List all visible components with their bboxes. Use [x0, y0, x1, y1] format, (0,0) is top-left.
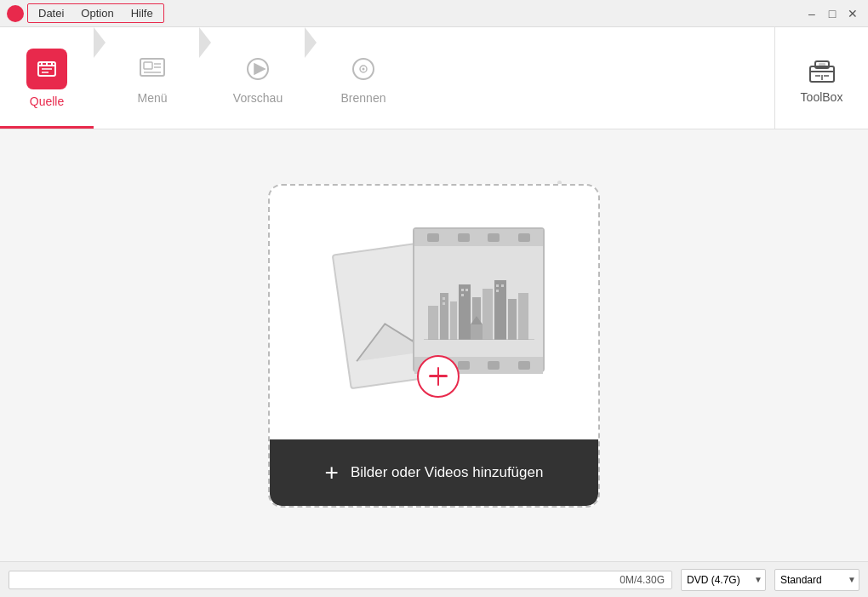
svg-rect-37	[461, 294, 464, 296]
progress-bar: 0M/4.30G	[9, 571, 672, 589]
drop-zone[interactable]: + Bilder oder Videos hinzufügen	[268, 184, 600, 508]
minimize-button[interactable]: –	[803, 5, 820, 22]
menu-option[interactable]: Option	[72, 5, 122, 21]
svg-rect-31	[508, 299, 517, 340]
film-hole	[518, 361, 530, 370]
film-hole	[427, 233, 439, 242]
svg-rect-39	[501, 284, 504, 287]
menu-hilfe[interactable]: Hilfe	[123, 5, 162, 21]
add-button-label: Bilder oder Videos hinzufügen	[351, 464, 544, 481]
svg-rect-32	[518, 293, 528, 340]
quelle-icon-bg	[26, 49, 67, 89]
city-skyline-svg	[424, 263, 534, 340]
brennen-icon	[346, 52, 380, 86]
tab-vorschau[interactable]: Vorschau	[211, 27, 305, 129]
nav-arrow-3	[305, 27, 317, 58]
svg-rect-40	[496, 290, 499, 292]
quality-select[interactable]: Standard Hoch Sehr Hoch	[774, 569, 859, 591]
menu-datei[interactable]: Datei	[30, 5, 72, 21]
vorschau-svg	[243, 54, 273, 84]
tab-menue-label: Menü	[137, 91, 167, 105]
tab-menue[interactable]: Menü	[106, 27, 199, 129]
svg-rect-34	[443, 302, 445, 305]
film-hole	[518, 233, 530, 242]
dvd-select[interactable]: DVD (4.7G) DVD (8.5G) BD (25G)	[681, 569, 766, 591]
svg-marker-13	[254, 64, 265, 74]
svg-rect-26	[450, 301, 457, 340]
toolbox-button[interactable]: ToolBox	[774, 27, 868, 129]
film-hole	[458, 233, 470, 242]
illustration	[323, 219, 545, 406]
svg-rect-20	[819, 63, 825, 66]
nav-tabs: Quelle Menü	[0, 27, 410, 129]
nav-arrow-2	[199, 27, 211, 58]
tab-quelle[interactable]: Quelle	[0, 27, 94, 129]
svg-rect-38	[496, 284, 499, 287]
maximize-button[interactable]: □	[824, 5, 841, 22]
add-media-button[interactable]: + Bilder oder Videos hinzufügen	[270, 439, 598, 506]
quelle-icon	[35, 57, 59, 81]
brennen-svg	[348, 54, 379, 84]
title-bar: Datei Option Hilfe – □ ✕	[0, 0, 868, 27]
svg-rect-30	[494, 280, 506, 340]
film-card	[413, 227, 545, 372]
tab-brennen-label: Brennen	[341, 91, 386, 105]
film-content	[414, 246, 543, 357]
svg-rect-25	[440, 293, 448, 340]
svg-rect-36	[465, 289, 468, 291]
close-button[interactable]: ✕	[844, 5, 861, 22]
film-hole	[488, 233, 500, 242]
svg-rect-29	[483, 289, 493, 340]
status-bar: 0M/4.30G DVD (4.7G) DVD (8.5G) BD (25G) …	[0, 561, 868, 597]
svg-rect-24	[428, 306, 438, 340]
add-plus-icon: +	[325, 461, 339, 485]
toolbox-icon	[805, 53, 839, 85]
svg-rect-27	[459, 284, 471, 340]
film-hole	[488, 361, 500, 370]
vorschau-icon	[241, 52, 275, 86]
tab-vorschau-label: Vorschau	[233, 91, 283, 105]
film-strip-top	[414, 229, 543, 246]
film-hole	[458, 361, 470, 370]
app-icon	[7, 5, 24, 22]
quality-select-wrapper[interactable]: Standard Hoch Sehr Hoch ▼	[774, 569, 859, 591]
svg-point-16	[363, 67, 365, 70]
menu-bar: Datei Option Hilfe	[27, 3, 164, 23]
svg-rect-8	[144, 62, 152, 69]
svg-rect-42	[471, 324, 483, 340]
menue-svg	[137, 54, 168, 84]
svg-rect-33	[443, 297, 445, 300]
tab-brennen[interactable]: Brennen	[317, 27, 410, 129]
menue-icon	[135, 52, 169, 86]
tab-quelle-label: Quelle	[30, 95, 64, 108]
progress-text: 0M/4.30G	[620, 574, 665, 586]
dvd-select-wrapper[interactable]: DVD (4.7G) DVD (8.5G) BD (25G) ▼	[681, 569, 766, 591]
main-content: + +	[0, 129, 868, 561]
plus-circle	[417, 355, 460, 398]
toolbox-label: ToolBox	[801, 90, 843, 104]
window-controls: – □ ✕	[803, 5, 861, 22]
toolbar: Quelle Menü	[0, 27, 868, 129]
drop-zone-content	[270, 186, 598, 439]
svg-rect-35	[461, 289, 464, 291]
nav-arrow-1	[94, 27, 106, 58]
